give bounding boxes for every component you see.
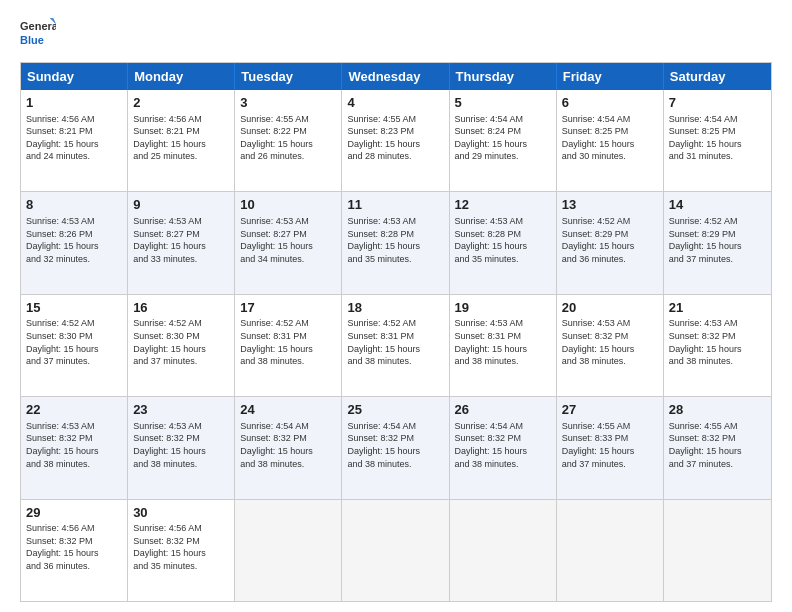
cell-line: and 37 minutes. xyxy=(133,355,229,368)
cell-line: and 26 minutes. xyxy=(240,150,336,163)
cell-line: Daylight: 15 hours xyxy=(26,445,122,458)
cell-line: Sunrise: 4:54 AM xyxy=(562,113,658,126)
cell-line: and 29 minutes. xyxy=(455,150,551,163)
cell-line: Sunset: 8:28 PM xyxy=(455,228,551,241)
cell-line: Daylight: 15 hours xyxy=(240,138,336,151)
cell-line: Sunset: 8:31 PM xyxy=(347,330,443,343)
day-cell-14: 14Sunrise: 4:52 AMSunset: 8:29 PMDayligh… xyxy=(664,192,771,293)
cell-line: and 38 minutes. xyxy=(455,355,551,368)
day-cell-9: 9Sunrise: 4:53 AMSunset: 8:27 PMDaylight… xyxy=(128,192,235,293)
cell-line: and 38 minutes. xyxy=(669,355,766,368)
day-number: 20 xyxy=(562,299,658,317)
cell-line: Sunset: 8:25 PM xyxy=(562,125,658,138)
empty-cell xyxy=(235,500,342,601)
cell-line: Sunset: 8:33 PM xyxy=(562,432,658,445)
day-cell-21: 21Sunrise: 4:53 AMSunset: 8:32 PMDayligh… xyxy=(664,295,771,396)
day-cell-29: 29Sunrise: 4:56 AMSunset: 8:32 PMDayligh… xyxy=(21,500,128,601)
cell-line: Sunrise: 4:56 AM xyxy=(133,113,229,126)
cell-line: Daylight: 15 hours xyxy=(133,138,229,151)
day-cell-28: 28Sunrise: 4:55 AMSunset: 8:32 PMDayligh… xyxy=(664,397,771,498)
cell-line: and 38 minutes. xyxy=(133,458,229,471)
day-cell-18: 18Sunrise: 4:52 AMSunset: 8:31 PMDayligh… xyxy=(342,295,449,396)
cell-line: and 38 minutes. xyxy=(455,458,551,471)
cell-line: Sunset: 8:21 PM xyxy=(26,125,122,138)
cell-line: Sunrise: 4:56 AM xyxy=(26,113,122,126)
cell-line: Sunrise: 4:55 AM xyxy=(347,113,443,126)
day-cell-7: 7Sunrise: 4:54 AMSunset: 8:25 PMDaylight… xyxy=(664,90,771,191)
cell-line: Daylight: 15 hours xyxy=(240,240,336,253)
day-number: 7 xyxy=(669,94,766,112)
day-number: 10 xyxy=(240,196,336,214)
cell-line: Daylight: 15 hours xyxy=(26,547,122,560)
cell-line: Daylight: 15 hours xyxy=(669,343,766,356)
cell-line: Sunset: 8:24 PM xyxy=(455,125,551,138)
cell-line: Sunrise: 4:56 AM xyxy=(26,522,122,535)
day-cell-16: 16Sunrise: 4:52 AMSunset: 8:30 PMDayligh… xyxy=(128,295,235,396)
cell-line: Daylight: 15 hours xyxy=(669,138,766,151)
cell-line: Sunrise: 4:53 AM xyxy=(347,215,443,228)
day-cell-25: 25Sunrise: 4:54 AMSunset: 8:32 PMDayligh… xyxy=(342,397,449,498)
cell-line: Daylight: 15 hours xyxy=(26,343,122,356)
day-number: 29 xyxy=(26,504,122,522)
cell-line: Sunset: 8:30 PM xyxy=(133,330,229,343)
cell-line: Sunrise: 4:52 AM xyxy=(26,317,122,330)
cell-line: and 37 minutes. xyxy=(26,355,122,368)
cell-line: Sunset: 8:26 PM xyxy=(26,228,122,241)
cell-line: Sunrise: 4:53 AM xyxy=(455,317,551,330)
cell-line: Sunrise: 4:54 AM xyxy=(455,420,551,433)
cell-line: Sunset: 8:28 PM xyxy=(347,228,443,241)
cell-line: Sunrise: 4:55 AM xyxy=(240,113,336,126)
day-number: 5 xyxy=(455,94,551,112)
cell-line: Daylight: 15 hours xyxy=(240,445,336,458)
cell-line: Sunrise: 4:53 AM xyxy=(455,215,551,228)
cell-line: Daylight: 15 hours xyxy=(562,240,658,253)
cell-line: Sunset: 8:29 PM xyxy=(562,228,658,241)
day-cell-6: 6Sunrise: 4:54 AMSunset: 8:25 PMDaylight… xyxy=(557,90,664,191)
cell-line: and 28 minutes. xyxy=(347,150,443,163)
cell-line: and 38 minutes. xyxy=(240,355,336,368)
cell-line: Sunrise: 4:54 AM xyxy=(240,420,336,433)
cell-line: Daylight: 15 hours xyxy=(347,240,443,253)
day-number: 1 xyxy=(26,94,122,112)
cell-line: Daylight: 15 hours xyxy=(133,547,229,560)
day-number: 6 xyxy=(562,94,658,112)
day-number: 23 xyxy=(133,401,229,419)
cell-line: Sunrise: 4:53 AM xyxy=(133,420,229,433)
day-cell-23: 23Sunrise: 4:53 AMSunset: 8:32 PMDayligh… xyxy=(128,397,235,498)
empty-cell xyxy=(557,500,664,601)
cell-line: Daylight: 15 hours xyxy=(240,343,336,356)
logo: General Blue xyxy=(20,16,56,52)
cell-line: Sunrise: 4:56 AM xyxy=(133,522,229,535)
day-number: 17 xyxy=(240,299,336,317)
cell-line: and 38 minutes. xyxy=(240,458,336,471)
day-cell-17: 17Sunrise: 4:52 AMSunset: 8:31 PMDayligh… xyxy=(235,295,342,396)
cell-line: Sunset: 8:25 PM xyxy=(669,125,766,138)
day-number: 14 xyxy=(669,196,766,214)
day-number: 11 xyxy=(347,196,443,214)
day-cell-11: 11Sunrise: 4:53 AMSunset: 8:28 PMDayligh… xyxy=(342,192,449,293)
day-number: 15 xyxy=(26,299,122,317)
cell-line: and 24 minutes. xyxy=(26,150,122,163)
cell-line: and 34 minutes. xyxy=(240,253,336,266)
cell-line: Sunset: 8:21 PM xyxy=(133,125,229,138)
cell-line: Sunset: 8:32 PM xyxy=(26,535,122,548)
day-cell-5: 5Sunrise: 4:54 AMSunset: 8:24 PMDaylight… xyxy=(450,90,557,191)
cell-line: and 36 minutes. xyxy=(26,560,122,573)
cell-line: Sunset: 8:32 PM xyxy=(455,432,551,445)
cell-line: Daylight: 15 hours xyxy=(26,240,122,253)
cell-line: Sunrise: 4:55 AM xyxy=(562,420,658,433)
day-number: 13 xyxy=(562,196,658,214)
cell-line: Sunset: 8:22 PM xyxy=(240,125,336,138)
empty-cell xyxy=(664,500,771,601)
cell-line: Sunrise: 4:53 AM xyxy=(26,420,122,433)
day-number: 25 xyxy=(347,401,443,419)
cell-line: Sunset: 8:23 PM xyxy=(347,125,443,138)
cell-line: Daylight: 15 hours xyxy=(455,240,551,253)
cell-line: Sunset: 8:29 PM xyxy=(669,228,766,241)
cell-line: Sunrise: 4:52 AM xyxy=(240,317,336,330)
cell-line: Daylight: 15 hours xyxy=(455,138,551,151)
day-cell-22: 22Sunrise: 4:53 AMSunset: 8:32 PMDayligh… xyxy=(21,397,128,498)
cell-line: Sunrise: 4:53 AM xyxy=(26,215,122,228)
calendar-row-2: 8Sunrise: 4:53 AMSunset: 8:26 PMDaylight… xyxy=(21,191,771,293)
cell-line: Daylight: 15 hours xyxy=(562,343,658,356)
